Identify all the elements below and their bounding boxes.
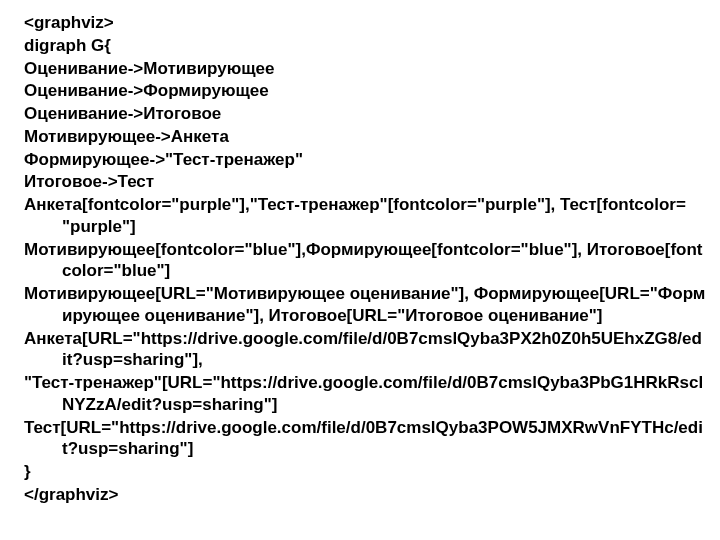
code-block: <graphviz> digraph G{ Оценивание->Мотиви… bbox=[0, 0, 720, 519]
code-line: <graphviz> bbox=[24, 12, 706, 34]
code-line: digraph G{ bbox=[24, 35, 706, 57]
code-line: Тест[URL="https://drive.google.com/file/… bbox=[24, 417, 706, 461]
code-line: Формирующее->"Тест-тренажер" bbox=[24, 149, 706, 171]
code-line: Итоговое->Тест bbox=[24, 171, 706, 193]
code-line: Анкета[URL="https://drive.google.com/fil… bbox=[24, 328, 706, 372]
code-line: Мотивирующее->Анкета bbox=[24, 126, 706, 148]
code-line: Оценивание->Формирующее bbox=[24, 80, 706, 102]
code-line: </graphviz> bbox=[24, 484, 706, 506]
code-line: "Тест-тренажер"[URL="https://drive.googl… bbox=[24, 372, 706, 416]
code-line: Анкета[fontcolor="purple"],"Тест-тренаже… bbox=[24, 194, 706, 238]
code-line: } bbox=[24, 461, 706, 483]
code-line: Оценивание->Мотивирующее bbox=[24, 58, 706, 80]
code-line: Мотивирующее[fontcolor="blue"],Формирующ… bbox=[24, 239, 706, 283]
code-line: Мотивирующее[URL="Мотивирующее оценивани… bbox=[24, 283, 706, 327]
code-line: Оценивание->Итоговое bbox=[24, 103, 706, 125]
